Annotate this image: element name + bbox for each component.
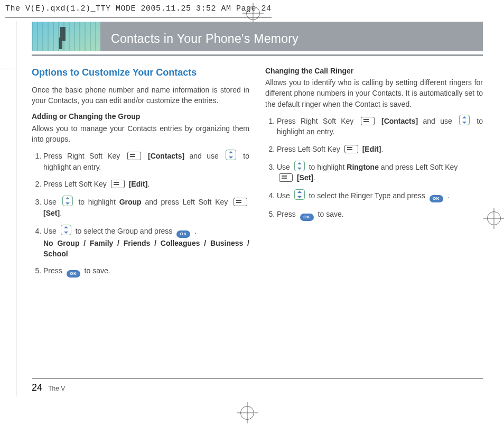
step-text: Use [277,163,290,171]
crop-edge-vertical [16,21,16,396]
step-text: Use [43,198,57,206]
subsection-heading: Adding or Changing the Group [32,111,249,122]
section-heading: Options to Customize Your Contacts [32,66,249,79]
nav-key-icon [294,161,305,171]
highlight-target: Group [119,198,142,206]
step-text: to highlight [309,163,345,171]
registration-mark-icon [240,406,254,420]
subsection-lead: Allows you to manage your Contacts entri… [32,123,249,145]
key-label: [Contacts] [148,152,184,160]
crop-edge-horizontal [0,69,16,69]
header-decorative-image [32,22,100,51]
step-text: and press Left Soft Key [381,163,458,171]
chapter-title: Contacts in Your Phone's Memory [111,30,298,48]
step-text: Use [43,227,57,235]
step-text: Press Left Soft Key [277,145,340,153]
key-label: [Edit] [129,180,148,188]
step-item: Press OK to save. [43,265,249,278]
step-text: Press Left Soft Key [43,180,107,188]
step-item: Press Right Soft Key [Contacts] and use … [277,115,483,137]
step-text: and use [423,117,452,125]
page-footer: 24 The V [32,378,483,394]
step-item: Press Right Soft Key [Contacts] and use … [43,150,249,172]
column-right: Changing the Call Ringer Allows you to i… [265,66,483,284]
footer-doc-title: The V [48,385,65,392]
softkey-icon [279,173,293,182]
header-title-bar: Contacts in Your Phone's Memory [100,22,483,51]
ok-key-icon: OK [67,270,80,278]
step-item: Use to select the Group and press OK . N… [43,225,249,260]
registration-mark-icon [246,6,260,20]
step-text: to save. [318,210,344,218]
step-text: and use [190,152,219,160]
step-text: Press Right Soft Key [43,152,120,160]
step-text: and press Left Soft Key [145,198,228,206]
subsection-heading: Changing the Call Ringer [265,66,483,76]
two-column-layout: Options to Customize Your Contacts Once … [32,66,483,284]
page-number: 24 [32,382,42,393]
softkey-icon [127,152,141,160]
step-item: Use to select the Ringer Type and press … [277,189,483,202]
step-text: to save. [85,266,110,275]
step-text: Press [277,210,296,218]
step-text: to highlight [78,198,116,206]
step-text: to select the Group and press [76,227,173,235]
step-text: Press Right Soft Key [277,117,353,125]
key-label: [Contacts] [381,117,418,125]
slug-underline [5,17,272,17]
step-item: Press OK to save. [277,209,483,221]
ok-key-icon: OK [430,195,443,202]
steps-list: Press Right Soft Key [Contacts] and use … [265,115,483,221]
softkey-icon [361,117,375,125]
chapter-header: Contacts in Your Phone's Memory [32,22,483,51]
key-label: [Set] [43,209,60,217]
registration-mark-icon [487,211,501,225]
group-options: No Group / Family / Friends / Colleagues… [43,239,249,258]
step-text: Press [43,266,62,275]
page-content: Contacts in Your Phone's Memory Options … [32,22,483,284]
nav-key-icon [62,196,73,206]
subsection-lead: Allows you to identify who is calling by… [265,77,483,109]
highlight-target: Ringtone [347,163,379,171]
ok-key-icon: OK [300,214,314,221]
step-item: Use to highlight Ringtone and press Left… [277,161,483,183]
key-label: [Set] [297,173,313,182]
step-text: to select the Ringer Type and press [309,191,425,200]
nav-key-icon [294,189,305,200]
nav-key-icon [226,150,236,160]
step-item: Press Left Soft Key [Edit]. [43,179,249,189]
step-text: Use [277,191,290,200]
key-label: [Edit] [362,145,381,153]
softkey-icon [111,180,125,188]
softkey-icon [344,145,358,153]
steps-list: Press Right Soft Key [Contacts] and use … [32,150,249,278]
ok-key-icon: OK [176,230,190,238]
nav-key-icon [61,225,71,235]
nav-key-icon [459,115,470,125]
column-left: Options to Customize Your Contacts Once … [32,66,249,284]
softkey-icon [234,198,247,206]
step-item: Use to highlight Group and press Left So… [43,196,249,218]
header-divider [32,54,483,56]
intro-paragraph: Once the basic phone number and name inf… [32,85,249,106]
step-item: Press Left Soft Key [Edit]. [277,144,483,154]
